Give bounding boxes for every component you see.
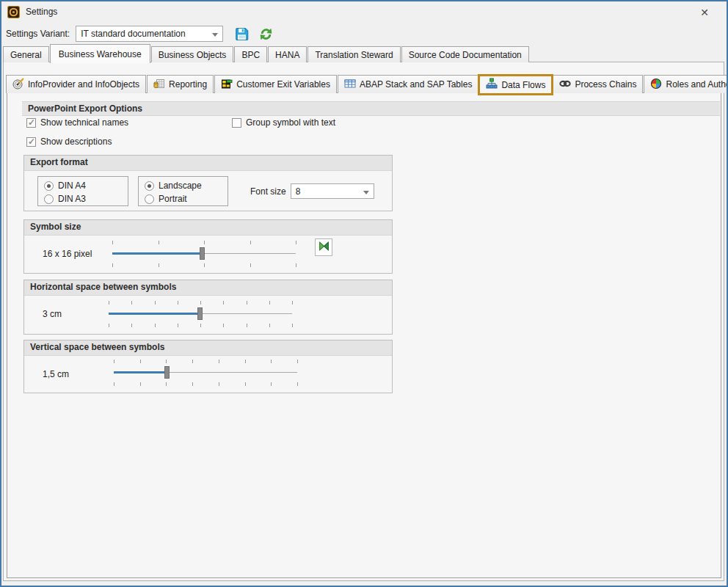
green-bowtie-icon: [318, 240, 330, 255]
slider-track[interactable]: [114, 372, 297, 373]
horizontal-space-group: Horizontal space between symbols 3 cm: [23, 280, 393, 335]
show-technical-names-checkbox[interactable]: Show technical names: [26, 117, 128, 128]
subtab-infoprovider-and-infoobjects[interactable]: InfoProvider and InfoObjects: [6, 75, 146, 93]
window-title: Settings: [26, 7, 57, 17]
report-table-icon: [153, 78, 165, 92]
save-icon[interactable]: [235, 27, 249, 41]
tab-bpc[interactable]: BPC: [234, 46, 267, 62]
subtab-data-flows[interactable]: Data Flows: [479, 75, 552, 94]
slider-ticks: [112, 241, 296, 244]
portrait-radio[interactable]: Portrait: [145, 194, 187, 204]
symbol-size-header: Symbol size: [24, 220, 392, 236]
tab-business-warehouse[interactable]: Business Warehouse: [50, 44, 150, 63]
subtab-customer-exit-variables[interactable]: Customer Exit Variables: [214, 75, 337, 93]
slider-ticks: [109, 301, 292, 305]
din-a3-radio[interactable]: DIN A3: [44, 194, 86, 204]
export-format-header: Export format: [24, 156, 392, 171]
chevron-down-icon[interactable]: [212, 33, 218, 37]
horizontal-space-slider[interactable]: [109, 299, 292, 329]
subtab-process-chains[interactable]: Process Chains: [553, 75, 643, 93]
radio-circle[interactable]: [44, 181, 54, 191]
radio-label: Portrait: [159, 194, 187, 204]
tab-translation-steward[interactable]: Translation Steward: [307, 46, 400, 62]
radio-circle[interactable]: [145, 181, 154, 191]
symbol-size-value: 16 x 16 pixel: [43, 249, 92, 259]
vertical-space-header: Vertical space between symbols: [24, 340, 392, 356]
din-a4-radio[interactable]: DIN A4: [44, 181, 86, 191]
symbol-size-slider[interactable]: [112, 239, 296, 269]
tab-business-objects[interactable]: Business Objects: [151, 46, 234, 62]
slider-fill: [112, 252, 203, 255]
main-tabstrip: General Business Warehouse Business Obje…: [3, 43, 530, 62]
tab-general[interactable]: General: [3, 46, 49, 62]
bw-subtabstrip: InfoProvider and InfoObjects Reporting C…: [6, 73, 728, 93]
settings-window: Settings ✕ Settings Variant: IT standard…: [0, 0, 728, 587]
checkbox-label: Show descriptions: [40, 136, 112, 147]
tab-hana[interactable]: HANA: [268, 46, 307, 62]
data-flow-tree-icon: [486, 78, 498, 92]
slider-thumb[interactable]: [200, 247, 205, 260]
checkbox-label: Show technical names: [40, 117, 128, 128]
radio-label: Landscape: [159, 181, 202, 191]
settings-variant-combobox[interactable]: IT standard documentation: [76, 26, 223, 42]
radio-label: DIN A3: [58, 194, 86, 204]
subtab-abap-stack-and-sap-tables[interactable]: ABAP Stack and SAP Tables: [338, 75, 478, 93]
business-warehouse-page: InfoProvider and InfoObjects Reporting C…: [3, 62, 724, 581]
checkbox-label: Group symbol with text: [246, 117, 335, 128]
slider-fill: [114, 371, 167, 373]
slider-fill: [109, 313, 200, 315]
chain-icon: [559, 78, 571, 92]
powerpoint-export-options-header: PowerPoint Export Options: [22, 101, 720, 116]
title-bar: Settings ✕: [1, 1, 727, 22]
roles-pie-icon: [650, 78, 662, 92]
close-icon[interactable]: ✕: [696, 5, 713, 20]
horizontal-space-header: Horizontal space between symbols: [24, 280, 392, 296]
variant-value: IT standard documentation: [81, 29, 186, 39]
paper-size-radio-group: DIN A4 DIN A3: [37, 176, 128, 206]
group-symbol-with-text-checkbox[interactable]: Group symbol with text: [232, 117, 335, 128]
chevron-down-icon[interactable]: [363, 191, 369, 194]
toolbar: Settings Variant: IT standard documentat…: [1, 23, 727, 44]
font-size-combobox[interactable]: 8: [291, 183, 374, 199]
slider-thumb[interactable]: [164, 366, 170, 379]
symbol-size-group: Symbol size 16 x 16 pixel: [23, 219, 393, 274]
checkbox-box[interactable]: [232, 118, 241, 128]
tab-source-code-documentation[interactable]: Source Code Documentation: [401, 46, 529, 62]
horizontal-space-value: 3 cm: [43, 309, 62, 319]
vertical-space-value: 1,5 cm: [43, 369, 69, 379]
radio-circle[interactable]: [44, 194, 54, 204]
export-format-group: Export format DIN A4 DIN A3 Landscape: [23, 155, 393, 211]
font-size-value: 8: [296, 186, 301, 197]
landscape-radio[interactable]: Landscape: [145, 181, 202, 191]
variant-label: Settings Variant:: [6, 29, 70, 39]
subtab-roles-and-authorizations[interactable]: Roles and Authorizations: [644, 75, 728, 93]
slider-ticks: [114, 382, 297, 386]
data-flows-settings-panel: PowerPoint Export Options Show technical…: [7, 92, 721, 578]
sap-table-icon: [344, 78, 356, 92]
fit-symbol-button[interactable]: [315, 238, 332, 256]
slider-ticks: [109, 324, 292, 327]
vertical-space-group: Vertical space between symbols 1,5 cm: [23, 340, 393, 393]
radio-circle[interactable]: [145, 194, 154, 204]
refresh-icon[interactable]: [259, 27, 273, 41]
slider-ticks: [112, 263, 296, 267]
checkbox-box[interactable]: [26, 118, 36, 128]
slider-ticks: [114, 360, 297, 363]
subtab-reporting[interactable]: Reporting: [147, 75, 214, 93]
slider-thumb[interactable]: [197, 307, 203, 320]
vertical-space-slider[interactable]: [114, 358, 297, 387]
radio-label: DIN A4: [58, 181, 86, 191]
orientation-radio-group: Landscape Portrait: [138, 176, 228, 206]
font-size-label: Font size: [250, 186, 286, 197]
variables-icon: [221, 78, 233, 92]
target-icon: [12, 78, 24, 92]
show-descriptions-checkbox[interactable]: Show descriptions: [26, 136, 112, 147]
app-logo-icon: [7, 6, 20, 18]
checkbox-box[interactable]: [26, 137, 36, 147]
